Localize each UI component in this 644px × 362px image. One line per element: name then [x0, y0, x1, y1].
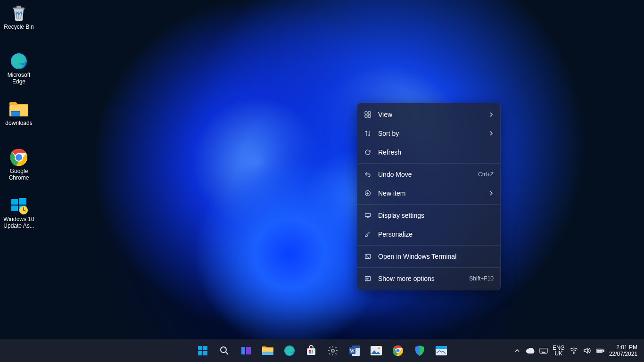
tray-language-button[interactable]: ENG UK — [553, 345, 565, 356]
tray-overflow-button[interactable] — [513, 346, 521, 355]
svg-rect-35 — [309, 352, 311, 354]
taskbar-microsoft-store-button[interactable] — [302, 341, 321, 360]
desktop-icon-microsoft-edge[interactable]: Microsoft Edge — [1, 49, 37, 89]
desktop-icon-recycle-bin[interactable]: Recycle Bin — [1, 1, 37, 41]
edge-icon — [283, 345, 296, 357]
more-icon — [364, 275, 372, 282]
svg-rect-0 — [13, 8, 25, 9]
desktop-icon-label: downloads — [5, 120, 32, 126]
context-menu-label: Sort by — [378, 130, 489, 137]
taskbar: W ENG UK — [0, 339, 644, 362]
chevron-right-icon — [489, 191, 494, 196]
file-explorer-icon — [262, 346, 274, 356]
context-menu-undo-move[interactable]: Undo Move Ctrl+Z — [357, 165, 500, 184]
svg-text:W: W — [350, 348, 355, 354]
plus-circle-icon — [364, 189, 372, 197]
taskbar-start-button[interactable] — [193, 341, 212, 360]
refresh-icon — [364, 148, 372, 156]
taskbar-pinned-apps: W — [193, 339, 451, 362]
tray-wifi-icon[interactable] — [570, 346, 578, 355]
taskbar-chrome-button[interactable] — [388, 341, 407, 360]
photos-icon — [370, 346, 382, 356]
svg-rect-15 — [368, 112, 371, 114]
desktop-icon-windows-update-assistant[interactable]: Windows 10 Update As... — [1, 193, 37, 233]
taskbar-task-view-button[interactable] — [237, 341, 256, 360]
taskbar-photos-button[interactable] — [367, 341, 386, 360]
tray-keyboard-icon[interactable] — [539, 346, 548, 355]
tray-battery-icon[interactable] — [596, 346, 604, 355]
context-menu-label: Undo Move — [378, 171, 478, 178]
chrome-icon — [392, 345, 404, 356]
context-menu-separator — [357, 163, 500, 164]
svg-rect-24 — [198, 351, 202, 355]
desktop-icon-label: Windows 10 Update As... — [1, 216, 36, 229]
desktop-icon-label: Recycle Bin — [4, 24, 33, 30]
store-icon — [305, 345, 317, 356]
svg-rect-30 — [262, 352, 273, 355]
context-menu-label: New item — [378, 189, 489, 197]
svg-point-26 — [221, 347, 226, 353]
desktop-icon-label: Microsoft Edge — [1, 72, 36, 85]
desktop-icon-google-chrome[interactable]: Google Chrome — [1, 145, 37, 185]
tray-onedrive-icon[interactable] — [526, 346, 535, 355]
desktop-icons: Recycle Bin Microsoft Edge downloads Goo… — [1, 1, 39, 241]
svg-rect-1 — [17, 6, 21, 8]
sort-icon — [364, 130, 372, 137]
desktop[interactable]: Recycle Bin Microsoft Edge downloads Goo… — [0, 0, 644, 362]
taskbar-search-button[interactable] — [215, 341, 234, 360]
folder-icon — [8, 100, 29, 119]
context-menu-label: Show more options — [378, 275, 469, 282]
taskbar-mail-button[interactable] — [432, 341, 451, 360]
context-menu-label: View — [378, 111, 489, 118]
settings-icon — [327, 345, 339, 356]
taskbar-word-button[interactable]: W — [345, 341, 364, 360]
context-menu-label: Refresh — [378, 148, 494, 156]
tray-clock[interactable]: 2:01 PM 22/07/2021 — [609, 344, 641, 357]
start-icon — [197, 345, 208, 356]
svg-rect-11 — [11, 206, 18, 211]
edge-icon — [8, 52, 29, 71]
taskbar-edge-button[interactable] — [280, 341, 299, 360]
search-icon — [219, 346, 230, 356]
context-menu-shortcut: Ctrl+Z — [478, 171, 494, 178]
context-menu-personalize[interactable]: Personalize — [357, 225, 500, 244]
windows-update-icon — [8, 196, 29, 215]
svg-rect-22 — [198, 346, 202, 350]
context-menu-sort-by[interactable]: Sort by — [357, 124, 500, 143]
context-menu-display-settings[interactable]: Display settings — [357, 206, 500, 225]
undo-icon — [364, 171, 372, 178]
context-menu-view[interactable]: View — [357, 105, 500, 124]
context-menu-show-more-options[interactable]: Show more options Shift+F10 — [357, 269, 500, 288]
word-icon: W — [348, 345, 361, 357]
terminal-icon — [364, 253, 372, 260]
desktop-icon-downloads[interactable]: downloads — [1, 97, 37, 137]
shield-icon — [414, 345, 425, 356]
svg-rect-20 — [365, 255, 371, 259]
wallpaper — [0, 0, 644, 362]
chevron-right-icon — [489, 131, 494, 136]
grid-icon — [364, 111, 372, 118]
context-menu-separator — [357, 267, 500, 268]
svg-point-45 — [396, 349, 400, 353]
svg-rect-47 — [436, 346, 447, 349]
taskbar-file-explorer-button[interactable] — [258, 341, 277, 360]
tray-language-bottom: UK — [553, 351, 565, 356]
context-menu-refresh[interactable]: Refresh — [357, 143, 500, 162]
svg-rect-28 — [246, 347, 251, 354]
svg-rect-32 — [307, 348, 315, 355]
taskbar-security-button[interactable] — [410, 341, 429, 360]
taskbar-settings-button[interactable] — [323, 341, 342, 360]
context-menu-label: Open in Windows Terminal — [378, 253, 494, 260]
tray-time: 2:01 PM — [609, 344, 637, 351]
svg-rect-9 — [11, 199, 18, 205]
svg-rect-23 — [203, 346, 207, 350]
svg-rect-36 — [312, 352, 313, 354]
tray-volume-icon[interactable] — [583, 346, 591, 355]
svg-rect-19 — [365, 214, 371, 217]
svg-point-37 — [331, 349, 334, 352]
context-menu-open-terminal[interactable]: Open in Windows Terminal — [357, 247, 500, 266]
context-menu-new-item[interactable]: New item — [357, 184, 500, 203]
svg-rect-34 — [312, 350, 313, 352]
chrome-icon — [8, 148, 29, 167]
recycle-bin-icon — [8, 4, 29, 23]
